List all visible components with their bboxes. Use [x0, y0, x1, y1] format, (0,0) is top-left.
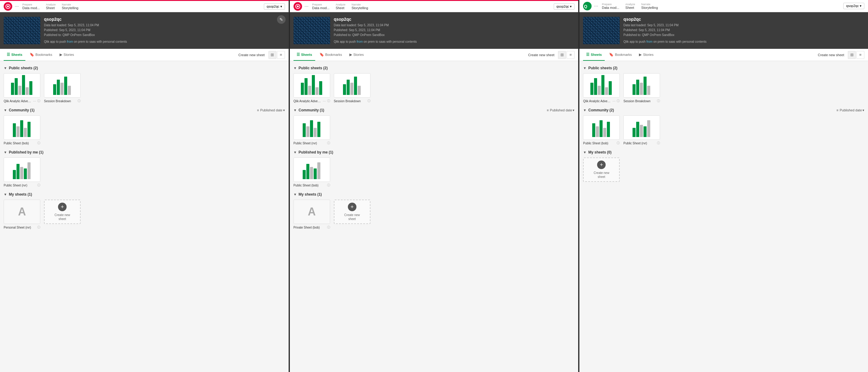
- tab-stories[interactable]: ▶ Stories: [57, 49, 77, 61]
- narrate-value[interactable]: Storytelling: [641, 6, 658, 9]
- create-new-sheet-button[interactable]: Create new sheet: [528, 53, 554, 57]
- more-icon[interactable]: ···: [612, 99, 615, 103]
- create-new-sheet-button[interactable]: Create new sheet: [818, 53, 844, 57]
- list-view-button[interactable]: ≡: [277, 51, 285, 59]
- sheet-card-public-sheet-bob[interactable]: Public Sheet (bob) ⓘ: [4, 115, 40, 145]
- list-view-button[interactable]: ≡: [857, 51, 864, 59]
- tab-sheets[interactable]: ☰ Sheets: [293, 49, 315, 61]
- info-icon[interactable]: ⓘ: [367, 99, 370, 103]
- more-icon[interactable]: ···: [323, 99, 326, 103]
- info-icon[interactable]: ⓘ: [617, 99, 620, 103]
- sheet-card-public-sheet-bob[interactable]: Public Sheet (bob) ⓘ: [293, 158, 330, 188]
- more-options-icon[interactable]: ···: [305, 4, 308, 9]
- narrate-section: Narrate Storytelling: [351, 3, 368, 10]
- sheet-card-public-sheet-rvr[interactable]: Public Sheet (rvr) ⓘ: [4, 158, 40, 188]
- create-new-sheet-card[interactable]: + Create newsheet: [44, 200, 81, 230]
- list-view-button[interactable]: ≡: [566, 51, 575, 59]
- app-header: qsop2qc Data last loaded: Sep 5, 2023, 1…: [0, 12, 289, 49]
- info-icon[interactable]: ⓘ: [327, 225, 330, 230]
- section-toggle-published-by-me[interactable]: ▼: [4, 150, 7, 154]
- grid-view-button[interactable]: ⊞: [558, 51, 566, 59]
- app-switcher-button[interactable]: qsop2qc ▾: [843, 3, 864, 9]
- section-toggle-public[interactable]: ▼: [583, 66, 586, 70]
- info-icon[interactable]: ⓘ: [37, 225, 40, 230]
- sheet-card-private-sheet-bob[interactable]: A Private Sheet (bob) ⓘ: [293, 200, 330, 230]
- section-toggle-published-by-me[interactable]: ▼: [293, 150, 297, 154]
- tabs-bar: ☰ Sheets 🔖 Bookmarks ▶ Stories Create ne…: [579, 49, 868, 61]
- sort-button-community[interactable]: Published date ▾: [260, 108, 285, 112]
- create-new-sheet-button[interactable]: Create new sheet: [238, 53, 265, 57]
- tab-sheets[interactable]: ☰ Sheets: [4, 49, 25, 61]
- sheet-thumbnail-qlik-analytic: [583, 73, 620, 98]
- tab-bookmarks[interactable]: 🔖 Bookmarks: [606, 49, 635, 61]
- tab-sheets-label: Sheets: [11, 53, 22, 57]
- info-icon[interactable]: ⓘ: [37, 183, 40, 188]
- tab-stories[interactable]: ▶ Stories: [346, 49, 367, 61]
- tab-bookmarks[interactable]: 🔖 Bookmarks: [27, 49, 55, 61]
- app-header: qsop2qc Data last loaded: Sep 5, 2023, 1…: [579, 12, 868, 49]
- analyze-value[interactable]: Sheet: [46, 6, 56, 10]
- more-options-icon[interactable]: ···: [594, 3, 598, 9]
- grid-view-button[interactable]: ⊞: [269, 51, 276, 59]
- prepare-section: Prepare Data mod...: [312, 3, 330, 10]
- app-switcher-button[interactable]: qsop2qc ▾: [264, 3, 285, 10]
- sort-button-community[interactable]: Published date ▾: [550, 108, 575, 112]
- section-toggle-community[interactable]: ▼: [293, 108, 297, 112]
- sheet-card-qlik-analytic[interactable]: Qlik Analytic Adventure ··· ⓘ: [293, 73, 330, 103]
- narrate-value[interactable]: Storytelling: [62, 6, 78, 10]
- tab-bookmarks[interactable]: 🔖 Bookmarks: [316, 49, 345, 61]
- prepare-value[interactable]: Data mod...: [312, 6, 330, 10]
- new-sheet-label: Create newsheet: [54, 213, 70, 221]
- tab-sheets[interactable]: ☰ Sheets: [583, 49, 605, 61]
- prepare-value[interactable]: Data mod...: [22, 6, 40, 10]
- info-icon[interactable]: ⓘ: [327, 183, 330, 188]
- section-toggle-public[interactable]: ▼: [4, 66, 7, 70]
- section-toggle-public[interactable]: ▼: [293, 66, 297, 70]
- tab-stories[interactable]: ▶ Stories: [636, 49, 656, 61]
- sheet-name-session-breakdown: Session Breakdown: [623, 100, 656, 103]
- sheet-card-qlik-analytic[interactable]: Qlik Analytic Adventure ··· ⓘ: [4, 73, 40, 103]
- section-toggle-my-sheets[interactable]: ▼: [583, 150, 586, 154]
- analyze-value[interactable]: Sheet: [336, 6, 345, 10]
- new-sheet-thumbnail[interactable]: + Create newsheet: [44, 200, 81, 224]
- edit-app-button[interactable]: ✎: [277, 15, 285, 24]
- section-toggle-community[interactable]: ▼: [4, 108, 7, 112]
- sort-button-community[interactable]: Published date ▾: [840, 108, 864, 112]
- sheet-card-session-breakdown[interactable]: Session Breakdown ⓘ: [44, 73, 81, 103]
- more-options-icon[interactable]: ···: [15, 4, 19, 9]
- app-switcher-button[interactable]: qsop2qc ▾: [554, 3, 575, 10]
- info-icon[interactable]: ⓘ: [327, 99, 330, 103]
- sheet-card-session-breakdown[interactable]: Session Breakdown ⓘ: [623, 73, 660, 103]
- prepare-section: Prepare Data mod...: [22, 3, 40, 10]
- section-toggle-community[interactable]: ▼: [583, 108, 586, 112]
- info-icon[interactable]: ⓘ: [617, 141, 620, 145]
- new-sheet-thumbnail[interactable]: + Create newsheet: [583, 158, 620, 182]
- section-toggle-my-sheets[interactable]: ▼: [4, 193, 7, 196]
- info-icon[interactable]: ⓘ: [37, 141, 40, 145]
- sheet-card-public-sheet-rvr[interactable]: Public Sheet (rvr) ⓘ: [293, 115, 330, 145]
- info-icon[interactable]: ⓘ: [657, 141, 660, 145]
- info-icon[interactable]: ⓘ: [657, 99, 660, 103]
- prepare-value[interactable]: Data mod...: [602, 6, 619, 9]
- sheet-name-qlik-analytic: Qlik Analytic Adventure: [4, 100, 32, 103]
- analyze-value[interactable]: Sheet: [625, 6, 635, 9]
- new-sheet-thumbnail[interactable]: + Create newsheet: [334, 200, 370, 224]
- info-icon[interactable]: ⓘ: [327, 141, 330, 145]
- tab-stories-icon: ▶: [60, 53, 62, 57]
- sheet-card-session-breakdown[interactable]: Session Breakdown ⓘ: [334, 73, 370, 103]
- section-header-public: ▼ Public sheets (2): [4, 66, 285, 70]
- sheet-card-public-sheet-bob[interactable]: Public Sheet (bob) ⓘ: [583, 115, 620, 145]
- grid-view-button[interactable]: ⊞: [848, 51, 856, 59]
- create-new-sheet-card[interactable]: + Create newsheet: [334, 200, 370, 230]
- create-new-sheet-card[interactable]: + Create newsheet: [583, 158, 620, 182]
- info-icon[interactable]: ⓘ: [78, 99, 81, 103]
- sheet-card-public-sheet-rvr[interactable]: Public Sheet (rvr) ⓘ: [623, 115, 660, 145]
- sort-icon: ≡: [837, 108, 838, 112]
- more-icon[interactable]: ···: [33, 99, 36, 103]
- sheet-card-qlik-analytic[interactable]: Qlik Analytic Adventure ··· ⓘ: [583, 73, 620, 103]
- sheet-card-personal-sheet[interactable]: A Personal Sheet (rvr) ⓘ: [4, 200, 40, 230]
- section-toggle-my-sheets[interactable]: ▼: [293, 193, 297, 196]
- info-icon[interactable]: ⓘ: [37, 99, 40, 103]
- section-title-public: Public sheets (2): [9, 66, 38, 70]
- narrate-value[interactable]: Storytelling: [351, 6, 368, 10]
